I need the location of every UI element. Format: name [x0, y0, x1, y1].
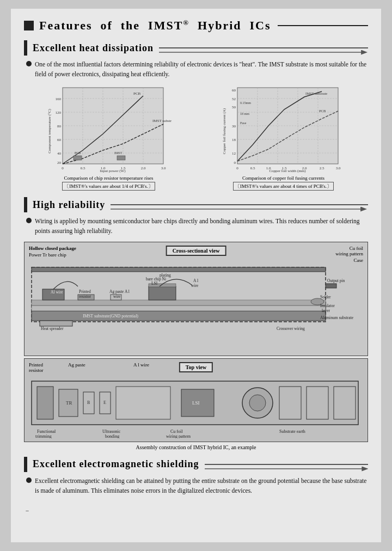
svg-text:3.0: 3.0 — [161, 166, 166, 170]
ag-paste-top-label: Ag paste — [68, 362, 85, 368]
svg-text:Crossover wiring: Crossover wiring — [277, 326, 305, 331]
section-heat-title: Excellent heat dissipation — [33, 42, 154, 54]
svg-rect-73 — [326, 284, 336, 288]
svg-text:80: 80 — [57, 124, 62, 128]
chart1-caption: Comparison of chip resistor temperature … — [62, 175, 155, 191]
chart1-svg: Component temperature (°C) Input power (… — [46, 85, 171, 175]
top-view-svg: TR B E LSI Functional trimming Ultrasoni… — [29, 378, 373, 438]
svg-text:PCB: PCB — [319, 109, 326, 113]
svg-text:trimming: trimming — [35, 434, 52, 438]
svg-text:0: 0 — [62, 166, 64, 170]
section-shielding-arrow — [205, 464, 368, 465]
svg-rect-102 — [116, 387, 170, 419]
svg-rect-67 — [32, 300, 326, 305]
cu-foil-label: Cu foilwiring pattern — [335, 246, 363, 256]
svg-text:1.5: 1.5 — [120, 166, 125, 170]
main-title-bar: Features of the IMST® Hybrid ICs — [24, 19, 368, 33]
page: Features of the IMST® Hybrid ICs Excelle… — [11, 9, 381, 542]
assembly-caption: Assembly construction of IMST hybrid IC,… — [24, 444, 368, 450]
svg-rect-109 — [334, 387, 356, 419]
svg-text:2.0: 2.0 — [140, 166, 145, 170]
svg-rect-27 — [74, 156, 82, 160]
svg-text:50: 50 — [232, 105, 236, 109]
svg-text:Copper foil width (mm): Copper foil width (mm) — [269, 169, 306, 173]
svg-rect-66 — [32, 305, 326, 311]
bullet-dot-reliability-icon — [26, 218, 32, 223]
hollow-package-label: Hollow closed package — [29, 246, 76, 251]
svg-text:2.0: 2.0 — [302, 166, 307, 170]
svg-text:B: B — [87, 400, 90, 405]
svg-rect-28 — [117, 156, 125, 160]
svg-rect-107 — [279, 387, 301, 419]
svg-text:0.15mm: 0.15mm — [240, 101, 251, 105]
main-title-text: Features of the IMST® Hybrid ICs — [39, 19, 271, 33]
cross-section-diagram: Hollow closed package Power Tr bare chip… — [24, 242, 368, 356]
svg-text:wire: wire — [113, 294, 121, 299]
svg-text:layer: layer — [322, 308, 330, 313]
svg-text:PCB: PCB — [75, 151, 81, 155]
svg-text:Fuse: Fuse — [240, 121, 247, 125]
svg-text:bonding: bonding — [105, 434, 119, 438]
svg-text:Cu foil: Cu foil — [170, 429, 183, 434]
svg-text:0.5: 0.5 — [250, 166, 255, 170]
cross-section-title: Cross-sectional view — [166, 246, 226, 256]
svg-text:52: 52 — [232, 97, 236, 101]
svg-text:120: 120 — [55, 111, 61, 115]
svg-text:60: 60 — [232, 88, 236, 93]
title-arrow-line — [278, 25, 368, 26]
svg-text:Ultrasonic: Ultrasonic — [102, 429, 121, 434]
svg-rect-64 — [32, 311, 326, 321]
svg-text:2.5: 2.5 — [319, 166, 324, 170]
chart2-container: Copper foil fusing current (A) Copper fo… — [199, 85, 368, 191]
shielding-bullet-text: Excellent electromagnetic shielding can … — [35, 476, 368, 496]
svg-text:resistor: resistor — [79, 294, 91, 299]
reliability-bullet-text: Wiring is applied by mounting semiconduc… — [35, 217, 368, 236]
reliability-bullet: Wiring is applied by mounting semiconduc… — [26, 217, 368, 236]
svg-rect-76 — [40, 321, 72, 326]
printed-resistor-top-label: Printedresistor — [29, 362, 44, 373]
section-bar-reliability-icon — [24, 197, 27, 212]
svg-text:Output pin: Output pin — [327, 278, 345, 283]
svg-text:1.5: 1.5 — [281, 166, 286, 170]
svg-text:Al wire: Al wire — [51, 290, 63, 295]
svg-text:Insulator: Insulator — [320, 303, 335, 308]
svg-text:18: 18 — [232, 138, 236, 142]
svg-text:Functional: Functional — [37, 429, 56, 434]
svg-text:0: 0 — [234, 161, 236, 165]
section-bar-icon — [24, 40, 27, 56]
bullet-dot-icon — [26, 61, 32, 66]
svg-text:IMST substrate: IMST substrate — [305, 91, 327, 95]
svg-text:Ag paste  A l: Ag paste A l — [109, 289, 130, 294]
section-reliability-title: High reliability — [33, 199, 105, 211]
svg-text:20: 20 — [57, 161, 62, 165]
svg-point-106 — [249, 395, 266, 411]
svg-text:LSI: LSI — [192, 400, 200, 406]
chart2-svg: Copper foil fusing current (A) Copper fo… — [221, 85, 346, 175]
section-reliability-arrow — [111, 204, 368, 205]
shielding-bullet: Excellent electromagnetic shielding can … — [26, 476, 368, 496]
svg-rect-108 — [307, 387, 328, 419]
bullet-dot-shielding-icon — [26, 477, 32, 483]
svg-text:30: 30 — [232, 124, 236, 128]
section-reliability-header: High reliability — [24, 197, 368, 212]
svg-rect-95 — [37, 387, 53, 419]
svg-text:E: E — [103, 400, 106, 405]
svg-rect-74 — [32, 267, 326, 272]
chart1-container: Component temperature (°C) Input power (… — [24, 85, 193, 191]
svg-text:Solder: Solder — [320, 295, 331, 299]
svg-text:160: 160 — [55, 97, 61, 101]
svg-text:LSI: LSI — [151, 281, 158, 286]
section-shielding-header: Excellent electromagnetic shielding — [24, 457, 368, 472]
svg-text:Aluminum substrate: Aluminum substrate — [320, 315, 354, 320]
top-view-diagram: Printedresistor Ag paste A l wire Top vi… — [24, 358, 368, 442]
page-marker: － — [24, 506, 368, 516]
svg-text:TR: TR — [66, 400, 72, 406]
svg-text:60: 60 — [57, 138, 62, 142]
svg-text:PCB: PCB — [133, 91, 141, 96]
svg-text:0.5: 0.5 — [80, 166, 85, 170]
section-heat-header: Excellent heat dissipation — [24, 40, 368, 56]
svg-text:Component temperature (°C): Component temperature (°C) — [47, 108, 52, 153]
power-tr-label: Power Tr bare chip — [29, 252, 66, 258]
section-shielding-title: Excellent electromagnetic shielding — [33, 458, 199, 470]
svg-text:A l: A l — [193, 278, 198, 283]
